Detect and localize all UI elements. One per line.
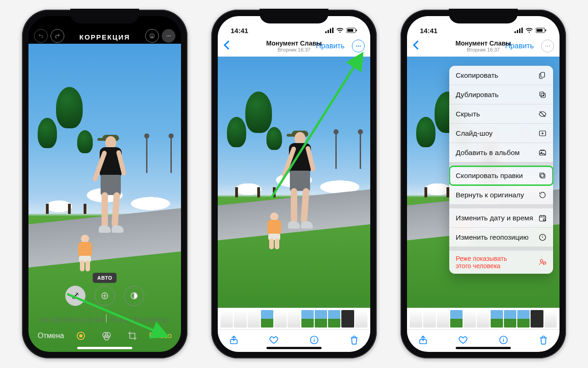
svg-point-53 (540, 259, 543, 262)
svg-rect-15 (332, 28, 334, 33)
svg-rect-18 (347, 29, 353, 32)
value-ruler[interactable] (38, 312, 172, 322)
revert-icon (538, 191, 547, 199)
menu-copy-edits[interactable]: Скопировать правки (449, 166, 553, 185)
info-icon[interactable] (498, 335, 509, 347)
favorite-icon[interactable] (269, 335, 279, 347)
svg-point-1 (167, 35, 168, 36)
menu-duplicate[interactable]: Дублировать (449, 85, 553, 104)
location-subtitle: Вторник 16:37 (266, 47, 322, 52)
share-icon[interactable] (418, 335, 428, 347)
brilliance-knob[interactable] (124, 286, 144, 306)
svg-rect-27 (514, 31, 516, 33)
svg-rect-48 (540, 173, 544, 177)
svg-point-40 (503, 338, 504, 339)
svg-point-7 (79, 334, 82, 337)
svg-point-22 (360, 46, 361, 46)
more-button[interactable] (352, 40, 365, 52)
menu-feature-less[interactable]: Реже показывать этого человека (449, 251, 553, 274)
menu-add-to-album[interactable]: Добавить в альбом (449, 143, 553, 162)
menu-revert[interactable]: Вернуть к оригиналу (449, 185, 553, 205)
svg-point-25 (314, 338, 315, 339)
home-indicator[interactable] (266, 347, 322, 349)
svg-point-3 (170, 35, 171, 36)
thumbnail-strip[interactable] (407, 308, 560, 330)
undo-icon[interactable] (34, 29, 48, 43)
copy-icon (538, 71, 547, 80)
svg-rect-30 (521, 28, 523, 33)
thumbnail-strip[interactable] (218, 308, 370, 330)
filters-mode-icon[interactable] (102, 331, 112, 341)
calendar-icon (538, 214, 547, 222)
album-icon (538, 149, 547, 157)
favorite-icon[interactable] (458, 335, 468, 347)
done-button[interactable]: Готово (149, 332, 172, 340)
svg-rect-33 (537, 29, 543, 32)
copy-edits-icon (538, 172, 547, 180)
svg-point-50 (543, 218, 546, 221)
menu-adjust-location[interactable]: Изменить геопозицию (449, 228, 553, 247)
svg-point-21 (358, 46, 359, 46)
duplicate-icon (538, 91, 547, 99)
wifi-icon (336, 27, 344, 34)
trash-icon[interactable] (349, 335, 359, 347)
svg-rect-14 (330, 29, 331, 33)
svg-rect-19 (356, 29, 357, 31)
auto-enhance-knob[interactable] (65, 286, 85, 306)
wifi-icon (526, 27, 533, 34)
menu-slideshow[interactable]: Слайд-шоу (449, 124, 553, 143)
status-time: 14:41 (420, 27, 437, 34)
menu-copy[interactable]: Скопировать (449, 66, 553, 85)
menu-hide[interactable]: Скрыть (449, 104, 553, 124)
svg-rect-12 (325, 31, 327, 33)
crop-mode-icon[interactable] (127, 331, 137, 341)
photo-viewer[interactable] (218, 57, 370, 308)
back-button[interactable] (413, 40, 420, 52)
markup-icon[interactable] (145, 29, 159, 43)
svg-point-20 (356, 46, 357, 46)
svg-point-37 (549, 46, 550, 46)
status-time: 14:41 (231, 27, 248, 34)
trash-icon[interactable] (538, 335, 548, 347)
slideshow-icon (538, 129, 547, 138)
back-button[interactable] (223, 40, 231, 52)
info-icon[interactable] (309, 335, 319, 347)
battery-icon (346, 27, 357, 34)
context-menu: Скопировать Дублировать Скрыть Слайд-шоу… (449, 66, 553, 274)
nav-bar: Монумент Славы Вторник 16:37 Править (407, 35, 560, 57)
location-icon (538, 233, 547, 242)
home-indicator[interactable] (77, 347, 132, 349)
cancel-button[interactable]: Отмена (38, 332, 64, 340)
nav-bar: Монумент Славы Вторник 16:37 Править (218, 35, 370, 57)
svg-point-36 (547, 46, 548, 46)
svg-rect-29 (519, 29, 520, 33)
svg-point-2 (168, 35, 169, 36)
svg-rect-49 (539, 215, 546, 221)
edit-title: КОРРЕКЦИЯ (79, 33, 130, 41)
adjust-mode-icon[interactable] (76, 331, 86, 341)
adjustment-dials (28, 286, 181, 310)
menu-adjust-datetime[interactable]: Изменить дату и время (449, 208, 553, 228)
location-title: Монумент Славы (456, 40, 511, 47)
more-button[interactable] (541, 40, 554, 52)
svg-point-31 (529, 32, 530, 33)
svg-rect-34 (545, 29, 546, 31)
svg-point-52 (542, 237, 543, 238)
auto-tag: АВТО (93, 273, 117, 283)
hide-icon (538, 110, 547, 118)
svg-rect-47 (541, 174, 545, 178)
more-icon[interactable] (162, 29, 175, 43)
svg-point-35 (545, 46, 546, 46)
redo-icon[interactable] (51, 29, 64, 43)
location-subtitle: Вторник 16:37 (456, 47, 511, 52)
location-title: Монумент Славы (266, 40, 322, 47)
svg-point-16 (339, 32, 340, 33)
battery-icon (536, 27, 547, 34)
cellular-icon (325, 27, 334, 34)
home-indicator[interactable] (456, 347, 511, 349)
svg-rect-41 (541, 72, 544, 77)
share-icon[interactable] (229, 335, 239, 347)
svg-rect-28 (517, 30, 518, 33)
exposure-knob[interactable] (95, 286, 115, 306)
edit-bottom-bar: Отмена Готово (28, 326, 181, 345)
